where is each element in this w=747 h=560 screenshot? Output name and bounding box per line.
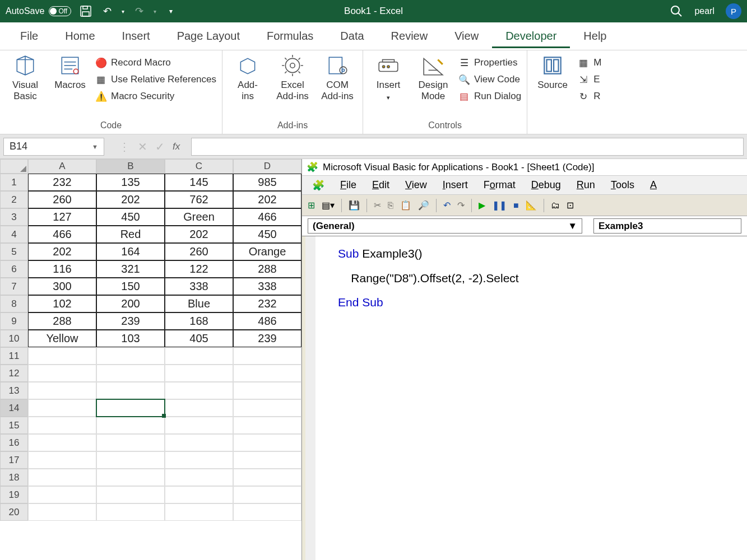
cell[interactable] [165, 434, 233, 451]
cell[interactable]: 150 [96, 278, 165, 295]
vba-menu-run[interactable]: Run [577, 179, 595, 191]
col-header-d[interactable]: D [233, 159, 301, 174]
tab-review[interactable]: Review [378, 24, 442, 48]
cell[interactable] [96, 451, 165, 469]
cell[interactable]: Blue [165, 295, 233, 312]
row-header[interactable]: 2 [0, 191, 28, 208]
undo-icon[interactable]: ↶ [443, 200, 451, 211]
row-header[interactable]: 15 [0, 417, 28, 434]
tab-home[interactable]: Home [52, 24, 108, 48]
pause-icon[interactable]: ❚❚ [492, 200, 507, 211]
cell[interactable]: 202 [165, 226, 233, 243]
row-header[interactable]: 10 [0, 330, 28, 347]
redo-icon[interactable]: ↷ [457, 200, 465, 211]
cell[interactable]: 405 [165, 330, 233, 347]
cell[interactable]: 450 [96, 208, 165, 226]
cell[interactable]: 103 [96, 330, 165, 347]
row-header[interactable]: 16 [0, 434, 28, 451]
procedure-dropdown[interactable]: Example3 [593, 218, 741, 234]
col-header-c[interactable]: C [165, 159, 233, 174]
name-box[interactable]: B14 ▼ [3, 138, 104, 156]
cell[interactable] [28, 486, 96, 503]
cell[interactable]: 102 [28, 295, 96, 312]
cell[interactable] [165, 469, 233, 486]
com-addins-button[interactable]: COMAdd-ins [318, 54, 357, 102]
undo-icon[interactable]: ↶ [100, 4, 114, 18]
cell[interactable] [96, 469, 165, 486]
row-header[interactable]: 1 [0, 174, 28, 191]
cell[interactable] [28, 417, 96, 434]
cell[interactable] [28, 347, 96, 365]
cell[interactable]: 202 [233, 191, 301, 208]
cell[interactable]: 122 [165, 260, 233, 278]
cell[interactable] [96, 434, 165, 451]
xml-e-button[interactable]: ⇲E [578, 74, 601, 85]
macro-security-button[interactable]: ⚠️Macro Security [95, 91, 216, 102]
redo-icon[interactable]: ↷ [132, 4, 146, 18]
cell[interactable]: 232 [28, 174, 96, 191]
row-header[interactable]: 17 [0, 451, 28, 469]
cell[interactable]: 288 [28, 312, 96, 330]
vba-menu-more[interactable]: A [650, 179, 657, 191]
row-header[interactable]: 9 [0, 312, 28, 330]
cell[interactable]: Orange [233, 243, 301, 260]
vba-menu-debug[interactable]: Debug [531, 179, 561, 191]
insert-module-icon[interactable]: ▤▾ [322, 200, 335, 211]
cell[interactable]: Yellow [28, 330, 96, 347]
cell[interactable] [233, 503, 301, 521]
row-header[interactable]: 7 [0, 278, 28, 295]
cell[interactable] [28, 451, 96, 469]
cell[interactable]: 200 [96, 295, 165, 312]
enter-icon[interactable]: ✓ [155, 140, 165, 153]
cell[interactable]: 127 [28, 208, 96, 226]
cell[interactable]: Red [96, 226, 165, 243]
cell[interactable]: 135 [96, 174, 165, 191]
cell[interactable] [28, 382, 96, 399]
excel-addins-button[interactable]: ExcelAdd-ins [273, 54, 312, 102]
row-header[interactable]: 11 [0, 347, 28, 365]
xml-m-button[interactable]: ▦M [578, 57, 601, 68]
object-dropdown[interactable]: (General)▼ [308, 218, 582, 234]
select-all-corner[interactable] [0, 159, 28, 174]
cell[interactable] [233, 365, 301, 382]
user-name[interactable]: pearl [694, 6, 714, 16]
cell[interactable]: 239 [233, 330, 301, 347]
cell[interactable] [165, 347, 233, 365]
col-header-b[interactable]: B [96, 159, 165, 174]
cell[interactable]: 232 [233, 295, 301, 312]
use-relative-button[interactable]: ▦Use Relative References [95, 74, 216, 85]
tab-developer[interactable]: Developer [492, 24, 570, 48]
cell[interactable]: 486 [233, 312, 301, 330]
cell[interactable]: 762 [165, 191, 233, 208]
tab-help[interactable]: Help [570, 24, 620, 48]
cell[interactable]: 239 [96, 312, 165, 330]
properties-window-icon[interactable]: ⊡ [567, 200, 574, 211]
properties-button[interactable]: ☰Properties [458, 57, 521, 68]
col-header-a[interactable]: A [28, 159, 96, 174]
autosave-toggle[interactable]: AutoSave Off [6, 6, 71, 16]
cell[interactable]: 321 [96, 260, 165, 278]
tab-formulas[interactable]: Formulas [253, 24, 327, 48]
cell[interactable]: 288 [233, 260, 301, 278]
cell[interactable]: 260 [28, 191, 96, 208]
toggle-switch[interactable]: Off [49, 6, 71, 16]
cell[interactable] [96, 365, 165, 382]
formula-input[interactable] [191, 138, 744, 156]
tab-file[interactable]: File [7, 24, 52, 48]
cell[interactable]: 450 [233, 226, 301, 243]
cell[interactable] [233, 347, 301, 365]
row-header[interactable]: 5 [0, 243, 28, 260]
cell[interactable] [96, 503, 165, 521]
cell[interactable] [96, 382, 165, 399]
vba-menu-format[interactable]: Format [484, 179, 516, 191]
design-icon[interactable]: 📐 [526, 200, 537, 211]
project-explorer-icon[interactable]: 🗂 [551, 200, 560, 211]
design-mode-button[interactable]: DesignMode [414, 54, 453, 102]
cell[interactable] [96, 486, 165, 503]
worksheet[interactable]: A B C D 12321351459852260202762202312745… [0, 159, 301, 560]
cell[interactable]: 164 [96, 243, 165, 260]
cell[interactable]: 466 [233, 208, 301, 226]
vba-menu-view[interactable]: View [405, 179, 427, 191]
code-pane[interactable]: Sub Example3() Range("D8").Offset(2, -2)… [305, 236, 747, 560]
visual-basic-button[interactable]: VisualBasic [6, 54, 45, 102]
